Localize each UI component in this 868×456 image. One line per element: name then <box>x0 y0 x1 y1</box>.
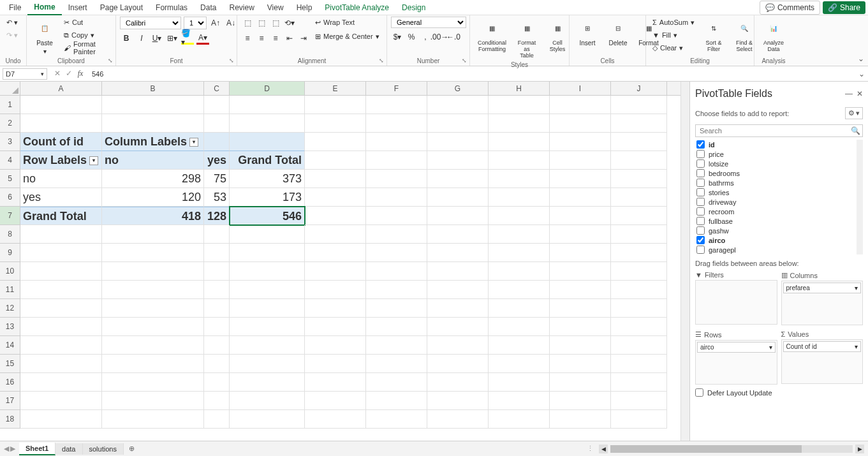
cell-D14[interactable] <box>230 336 305 355</box>
field-item-driveway[interactable]: driveway <box>695 197 857 207</box>
field-checkbox-garagepl[interactable] <box>696 246 705 254</box>
menu-formulas[interactable]: Formulas <box>149 1 194 15</box>
italic-button[interactable]: I <box>135 32 148 45</box>
cell-I4[interactable] <box>550 151 611 170</box>
cell-G4[interactable] <box>427 151 489 170</box>
cell-I8[interactable] <box>550 225 611 244</box>
field-item-bathrms[interactable]: bathrms <box>695 178 857 188</box>
cell-I1[interactable] <box>550 96 611 114</box>
column-header-I[interactable]: I <box>550 82 611 95</box>
cell-A14[interactable] <box>20 336 102 355</box>
cell-G3[interactable] <box>427 133 489 151</box>
cell-G9[interactable] <box>427 244 489 262</box>
column-header-A[interactable]: A <box>20 82 102 95</box>
cell-E4[interactable] <box>305 151 366 170</box>
paste-button[interactable]: 📋 Paste ▾ <box>31 17 59 56</box>
cell-A17[interactable] <box>20 392 102 410</box>
cell-F8[interactable] <box>366 225 427 244</box>
cell-D1[interactable] <box>230 96 305 114</box>
horizontal-scrollbar[interactable] <box>610 445 853 453</box>
cell-J14[interactable] <box>611 336 667 355</box>
cell-C2[interactable] <box>204 114 230 133</box>
cell-E18[interactable] <box>305 410 366 429</box>
cell-J4[interactable] <box>611 151 667 170</box>
cell-F15[interactable] <box>366 355 427 373</box>
row-header-9[interactable]: 9 <box>0 244 20 262</box>
field-item-garagepl[interactable]: garagepl <box>695 245 857 254</box>
cell-E14[interactable] <box>305 336 366 355</box>
cell-B5[interactable]: 298 <box>102 170 204 188</box>
row-header-13[interactable]: 13 <box>0 318 20 336</box>
cell-J17[interactable] <box>611 392 667 410</box>
field-checkbox-bedrooms[interactable] <box>696 169 705 177</box>
font-size-select[interactable]: 16 <box>184 17 207 29</box>
menu-review[interactable]: Review <box>223 1 260 15</box>
comments-button[interactable]: 💬 Comments <box>760 1 820 15</box>
cell-I12[interactable] <box>550 299 611 318</box>
increase-decimal-button[interactable]: .00→ <box>433 31 446 43</box>
cell-D10[interactable] <box>230 262 305 281</box>
field-item-price[interactable]: price <box>695 149 857 159</box>
align-top-button[interactable]: ⬚ <box>241 17 254 29</box>
cell-J5[interactable] <box>611 170 667 188</box>
cell-I14[interactable] <box>550 336 611 355</box>
pivot-search-box[interactable]: 🔍 <box>695 124 863 137</box>
cell-D8[interactable] <box>230 225 305 244</box>
cell-A7[interactable]: Grand Total <box>20 207 102 225</box>
cell-E10[interactable] <box>305 262 366 281</box>
cell-J10[interactable] <box>611 262 667 281</box>
cell-styles-button[interactable]: ▦Cell Styles <box>543 17 571 54</box>
cell-D9[interactable] <box>230 244 305 262</box>
cell-G8[interactable] <box>427 225 489 244</box>
underline-button[interactable]: U▾ <box>151 32 163 45</box>
cell-B8[interactable] <box>102 225 204 244</box>
cell-J8[interactable] <box>611 225 667 244</box>
cell-G1[interactable] <box>427 96 489 114</box>
cell-B10[interactable] <box>102 262 204 281</box>
insert-cells-button[interactable]: ⊞Insert <box>573 17 601 48</box>
cell-E15[interactable] <box>305 355 366 373</box>
cell-E9[interactable] <box>305 244 366 262</box>
cell-F4[interactable] <box>366 151 427 170</box>
cell-H8[interactable] <box>489 225 550 244</box>
cell-C17[interactable] <box>204 392 230 410</box>
field-checkbox-airco[interactable] <box>696 236 705 244</box>
row-header-11[interactable]: 11 <box>0 281 20 299</box>
cancel-edit-button[interactable]: ✕ <box>52 69 63 78</box>
column-header-C[interactable]: C <box>204 82 230 95</box>
cell-H13[interactable] <box>489 318 550 336</box>
cell-B4[interactable]: no <box>102 151 204 170</box>
cell-H3[interactable] <box>489 133 550 151</box>
field-item-bedrooms[interactable]: bedrooms <box>695 168 857 178</box>
row-header-10[interactable]: 10 <box>0 262 20 281</box>
cell-C12[interactable] <box>204 299 230 318</box>
format-as-table-button[interactable]: ▦Format as Table <box>513 17 541 60</box>
cell-I15[interactable] <box>550 355 611 373</box>
column-header-J[interactable]: J <box>611 82 667 95</box>
confirm-edit-button[interactable]: ✓ <box>64 69 74 78</box>
cell-A1[interactable] <box>20 96 102 114</box>
cell-J1[interactable] <box>611 96 667 114</box>
percent-button[interactable]: % <box>405 31 418 43</box>
cell-H9[interactable] <box>489 244 550 262</box>
cell-F17[interactable] <box>366 392 427 410</box>
row-header-3[interactable]: 3 <box>0 133 20 151</box>
column-header-D[interactable]: D <box>230 82 305 95</box>
cell-I7[interactable] <box>550 207 611 225</box>
menu-page-layout[interactable]: Page Layout <box>94 1 149 15</box>
cell-E13[interactable] <box>305 318 366 336</box>
row-header-1[interactable]: 1 <box>0 96 20 114</box>
cell-D2[interactable] <box>230 114 305 133</box>
cell-H2[interactable] <box>489 114 550 133</box>
share-button[interactable]: 🔗 Share <box>823 1 865 14</box>
cell-C14[interactable] <box>204 336 230 355</box>
menu-design[interactable]: Design <box>395 1 432 15</box>
cell-F5[interactable] <box>366 170 427 188</box>
wrap-text-button[interactable]: ↩Wrap Text <box>313 17 382 28</box>
sheet-nav-prev[interactable]: ◀ <box>4 445 9 453</box>
pivot-pane-minimize-button[interactable]: — <box>845 89 853 98</box>
cell-F14[interactable] <box>366 336 427 355</box>
cell-B2[interactable] <box>102 114 204 133</box>
clipboard-dialog-launcher[interactable]: ⤡ <box>107 57 114 64</box>
cell-G10[interactable] <box>427 262 489 281</box>
